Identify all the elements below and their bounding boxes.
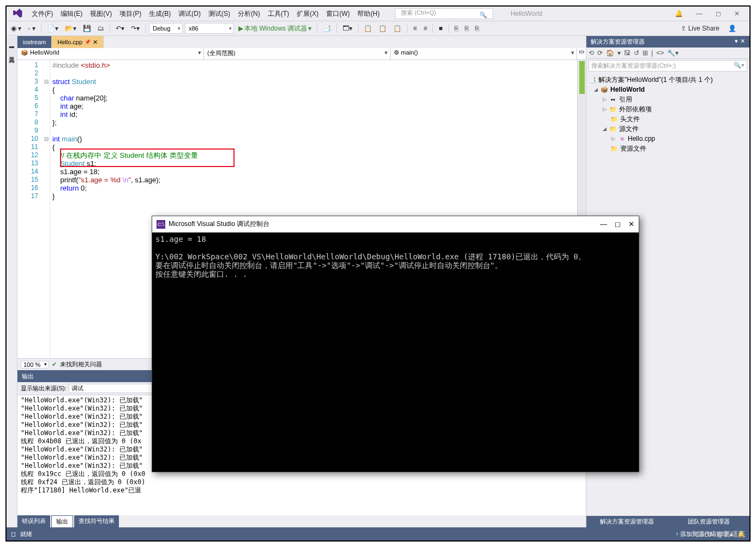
close-tab-icon[interactable]: ✕ <box>93 39 98 46</box>
close-icon[interactable]: ✕ <box>730 9 744 19</box>
console-minimize-icon[interactable]: — <box>600 220 607 228</box>
res-node[interactable]: 资源文件 <box>620 144 646 153</box>
solution-search[interactable]: 搜索解决方案资源管理器(Ctrl+;)🔍▾ <box>589 60 747 72</box>
console-body[interactable]: s1.age = 18 Y:\002_WorkSpace\002_VS\Hell… <box>152 233 639 472</box>
menu-tools[interactable]: 工具(T) <box>265 8 292 20</box>
toolbar-btn-8[interactable]: ■ <box>436 23 445 33</box>
solution-root[interactable]: 解决方案"HelloWorld"(1 个项目/共 1 个) <box>598 75 713 85</box>
console-titlebar[interactable]: C:\ Microsoft Visual Studio 调试控制台 — ◻ ✕ <box>152 216 639 233</box>
status-bar: ◻ 就绪 ↑ 添加到源代码管理 ▴ 🔔 <box>7 527 749 540</box>
file-tab-hello[interactable]: Hello.cpp📌✕ <box>52 36 104 48</box>
nav-back-button[interactable]: ◉ ▾ <box>9 23 23 33</box>
zoom-combo[interactable]: 100 % <box>21 361 49 368</box>
search-icon: 🔍▾ <box>734 62 745 69</box>
tab-output[interactable]: 输出 <box>51 515 73 527</box>
redo-button[interactable]: ↷▾ <box>129 23 142 33</box>
undo-button[interactable]: ↶▾ <box>113 23 127 33</box>
notifications-icon[interactable]: 🔔 <box>670 9 687 19</box>
menu-extensions[interactable]: 扩展(X) <box>293 8 322 20</box>
fold-margin[interactable]: ⊟⊟ <box>43 60 50 358</box>
watermark: CSDN @韩曙亮 <box>694 530 745 539</box>
panel-close-icon[interactable]: ✕ <box>740 38 745 46</box>
toolbar-btn-6[interactable]: ≡ <box>411 23 419 33</box>
member-combo[interactable]: ⚙ main() <box>391 48 577 60</box>
toolbar-btn-9[interactable]: ⎘ <box>452 23 460 33</box>
config-combo[interactable]: Debug <box>149 23 183 34</box>
tab-error-list[interactable]: 错误列表 <box>17 515 50 527</box>
t2[interactable]: ⟳ <box>597 49 603 57</box>
toolbar-btn-5[interactable]: 📋 <box>391 23 404 33</box>
toolbar-btn-3[interactable]: 📋 <box>362 23 374 33</box>
file-tab-iostream[interactable]: iostream <box>17 36 52 48</box>
tab-solution-explorer[interactable]: 解决方案资源管理器 <box>586 516 668 527</box>
menu-view[interactable]: 视图(V) <box>87 8 115 20</box>
tab-find-symbol[interactable]: 查找符号结果 <box>74 515 119 527</box>
status-ready: 就绪 <box>20 530 32 538</box>
maximize-icon[interactable]: ◻ <box>711 9 725 19</box>
toolbar-btn-1[interactable]: 📑 <box>321 23 333 33</box>
t6[interactable]: ↺ <box>634 49 639 57</box>
solution-tree[interactable]: 📑解决方案"HelloWorld"(1 个项目/共 1 个) ◢📦HelloWo… <box>586 73 749 156</box>
menu-project[interactable]: 项目(P) <box>116 8 145 20</box>
toolbar-btn-7[interactable]: ≡ <box>421 23 429 33</box>
file-node[interactable]: Hello.cpp <box>628 134 655 144</box>
t4[interactable]: ▾ <box>617 49 621 57</box>
split-icon[interactable]: ▭ <box>577 48 586 60</box>
menu-debug[interactable]: 调试(D) <box>175 8 204 20</box>
console-maximize-icon[interactable]: ◻ <box>615 220 621 228</box>
menu-edit[interactable]: 编辑(E) <box>57 8 86 20</box>
menu-test[interactable]: 测试(S) <box>205 8 233 20</box>
menu-file[interactable]: 文件(F) <box>28 8 56 20</box>
hdr-node[interactable]: 头文件 <box>620 114 640 124</box>
solution-toolbar: ⟲⟳🏠▾🖫↺⊞|<>🔧▾ <box>586 47 749 59</box>
platform-combo[interactable]: x86 <box>185 23 234 34</box>
server-explorer-tab[interactable]: 服务器资源管理器 <box>7 37 17 46</box>
src-node[interactable]: 源文件 <box>619 124 639 134</box>
search-icon: 🔍 <box>476 10 490 20</box>
start-debug-button[interactable]: ▶ 本地 Windows 调试器 ▾ <box>236 23 314 34</box>
project-name-label: HelloWorld <box>505 9 548 19</box>
ext-node[interactable]: 外部依赖项 <box>619 104 652 114</box>
console-close-icon[interactable]: ✕ <box>628 220 634 228</box>
t8[interactable]: <> <box>656 49 664 57</box>
menu-bar: 文件(F) 编辑(E) 视图(V) 项目(P) 生成(B) 调试(D) 测试(S… <box>7 7 749 21</box>
search-box[interactable]: 搜索 (Ctrl+Q)🔍 <box>395 8 493 19</box>
highlight-box <box>60 148 235 167</box>
proj-node[interactable]: HelloWorld <box>610 85 645 94</box>
refs-node[interactable]: 引用 <box>619 94 632 104</box>
save-button[interactable]: 💾 <box>81 23 93 33</box>
panel-dropdown-icon[interactable]: ▾ <box>735 38 738 46</box>
menu-window[interactable]: 窗口(W) <box>323 8 353 20</box>
home-icon[interactable]: ⟲ <box>589 49 594 57</box>
toolbar-btn-10[interactable]: ⎘ <box>463 23 471 33</box>
menu-help[interactable]: 帮助(H) <box>354 8 383 20</box>
menu-build[interactable]: 生成(B) <box>146 8 174 20</box>
output-title: 输出 <box>22 372 34 380</box>
toolbar-btn-4[interactable]: 📋 <box>376 23 389 33</box>
status-ready-icon: ◻ <box>11 531 16 538</box>
open-button[interactable]: 📂▾ <box>63 23 79 33</box>
toolbar: ◉ ▾ ◦ ▾ 📄▾ 📂▾ 💾 🗂 ↶▾ ↷▾ Debug x86 ▶ 本地 W… <box>7 21 749 36</box>
toolbox-tab[interactable]: 工具箱 <box>7 48 17 57</box>
nav-combos: 📦 HelloWorld (全局范围) ⚙ main() ▭ <box>17 48 586 60</box>
new-button[interactable]: 📄▾ <box>45 23 61 33</box>
t3[interactable]: 🏠 <box>606 49 614 57</box>
save-all-button[interactable]: 🗂 <box>95 23 106 33</box>
left-rail: 服务器资源管理器 工具箱 <box>7 36 17 527</box>
project-combo[interactable]: 📦 HelloWorld <box>17 48 204 60</box>
wrench-icon[interactable]: 🔧▾ <box>667 49 679 57</box>
toolbar-btn-2[interactable]: 🗔▾ <box>340 23 355 33</box>
file-tabstrip: iostream Hello.cpp📌✕ <box>17 36 586 48</box>
tab-team-explorer[interactable]: 团队资源管理器 <box>668 516 750 527</box>
menu-analyze[interactable]: 分析(N) <box>235 8 263 20</box>
scope-combo[interactable]: (全局范围) <box>204 48 391 60</box>
live-share-button[interactable]: ⇪ Live Share 👤 <box>681 24 747 33</box>
pin-icon[interactable]: 📌 <box>85 39 91 45</box>
nav-fwd-button[interactable]: ◦ ▾ <box>26 23 38 33</box>
debug-console-window[interactable]: C:\ Microsoft Visual Studio 调试控制台 — ◻ ✕ … <box>152 216 639 472</box>
output-source-label: 显示输出来源(S): <box>21 384 67 393</box>
toolbar-btn-11[interactable]: ⎘ <box>473 23 481 33</box>
t5[interactable]: 🖫 <box>624 49 631 57</box>
minimize-icon[interactable]: — <box>692 9 707 19</box>
t7[interactable]: ⊞ <box>643 49 648 57</box>
